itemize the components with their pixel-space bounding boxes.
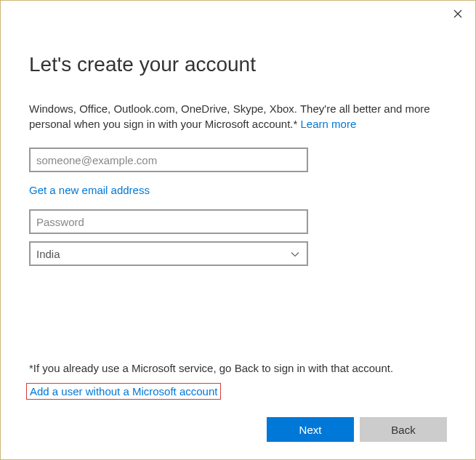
close-icon — [453, 9, 462, 18]
new-email-link[interactable]: Get a new email address — [29, 184, 447, 196]
close-button[interactable] — [451, 7, 465, 21]
password-input[interactable] — [29, 209, 308, 234]
description-body: Windows, Office, Outlook.com, OneDrive, … — [29, 102, 430, 130]
learn-more-link[interactable]: Learn more — [301, 118, 357, 130]
footer-area: *If you already use a Microsoft service,… — [29, 362, 447, 442]
chevron-down-icon — [291, 248, 299, 260]
add-user-without-account-link[interactable]: Add a user without a Microsoft account — [26, 383, 221, 400]
country-select[interactable]: India — [29, 241, 308, 266]
main-content: Let's create your account Windows, Offic… — [1, 1, 475, 266]
next-button[interactable]: Next — [267, 417, 354, 442]
email-input[interactable] — [29, 148, 308, 172]
page-title: Let's create your account — [29, 53, 447, 76]
footnote-text: *If you already use a Microsoft service,… — [29, 362, 447, 374]
button-row: Next Back — [29, 417, 447, 442]
back-button[interactable]: Back — [360, 417, 447, 442]
description-text: Windows, Office, Outlook.com, OneDrive, … — [29, 101, 447, 132]
country-value: India — [36, 248, 60, 260]
